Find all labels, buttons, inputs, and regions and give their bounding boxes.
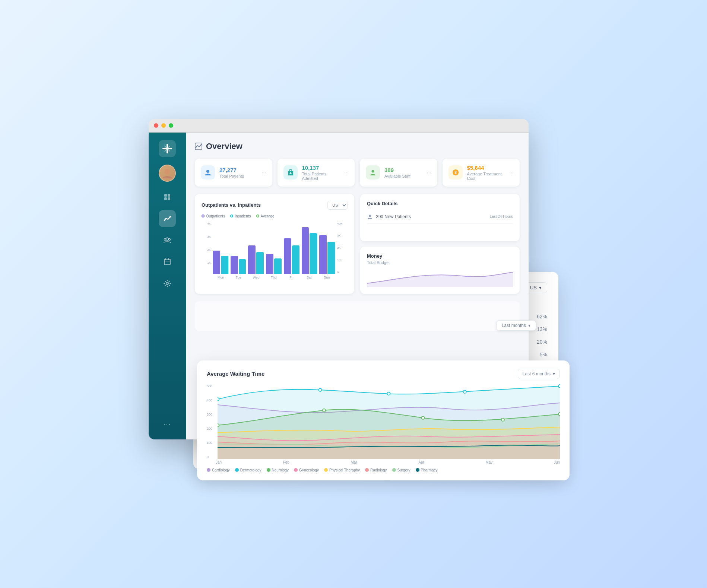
last-months-chevron: ▾ bbox=[528, 323, 530, 328]
sidebar-more[interactable]: ··· bbox=[163, 420, 171, 428]
legend-inpatients: Inpatients bbox=[235, 214, 251, 218]
x-label-apr: Apr bbox=[418, 460, 424, 464]
svg-rect-15 bbox=[164, 194, 167, 197]
cost-label: Average Treatment Cost bbox=[467, 172, 505, 181]
svg-point-10 bbox=[323, 409, 326, 412]
svg-point-4 bbox=[218, 398, 219, 401]
svg-point-5 bbox=[319, 388, 322, 391]
bar-chart-legend: Outpatients Inpatients Average bbox=[202, 214, 348, 218]
bar-label-fri: Fri bbox=[283, 276, 300, 279]
x-label-may: May bbox=[485, 460, 492, 464]
minimize-button[interactable] bbox=[161, 123, 166, 128]
wave-legend-item: Neurology bbox=[267, 468, 289, 472]
legend-average: Average bbox=[261, 214, 275, 218]
staff-label: Available Staff bbox=[384, 174, 422, 178]
titlebar bbox=[149, 119, 529, 133]
legend-negative-pct: 5% bbox=[540, 352, 547, 357]
svg-point-21 bbox=[164, 238, 166, 240]
legend-outpatients: Outpatients bbox=[206, 214, 225, 218]
quick-details-title: Quick Details bbox=[367, 201, 513, 206]
svg-point-11 bbox=[421, 416, 424, 419]
admitted-icon bbox=[283, 165, 298, 179]
stat-cards: 27,277 Total Patients ··· bbox=[195, 159, 520, 187]
last-months-badge[interactable]: Last months ▾ bbox=[496, 320, 536, 331]
svg-point-26 bbox=[206, 170, 209, 173]
svg-point-8 bbox=[558, 385, 560, 388]
waiting-time-select[interactable]: Last 6 months ▾ bbox=[518, 369, 560, 379]
page-header: Overview bbox=[195, 142, 520, 151]
page-title: Overview bbox=[206, 142, 242, 151]
bar-label-sat: Sat bbox=[300, 276, 318, 279]
stat-card-cost: $ $5,644 Average Treatment Cost ··· bbox=[443, 159, 520, 187]
bar-label-tue: Tue bbox=[229, 276, 247, 279]
svg-rect-17 bbox=[164, 197, 167, 200]
new-patients-time: Last 24 Hours bbox=[490, 214, 513, 219]
money-card: Money Total Budget bbox=[360, 247, 520, 294]
svg-point-19 bbox=[169, 216, 171, 217]
close-button[interactable] bbox=[154, 123, 158, 128]
user-avatar[interactable] bbox=[159, 165, 176, 182]
patients-value: 27,277 bbox=[219, 167, 257, 173]
sidebar: ··· bbox=[149, 133, 186, 439]
bar-label-mon: Mon bbox=[212, 276, 229, 279]
wave-legend-item: Cardiology bbox=[207, 468, 230, 472]
legend-good-pct: 13% bbox=[537, 326, 547, 332]
money-subtitle: Total Budget bbox=[367, 260, 513, 265]
bar-label-sun: Sun bbox=[318, 276, 336, 279]
wave-legend-item: Dermatology bbox=[235, 468, 261, 472]
svg-point-30 bbox=[372, 170, 374, 173]
admitted-value: 10,137 bbox=[302, 165, 340, 171]
money-title: Money bbox=[367, 253, 513, 259]
svg-rect-18 bbox=[168, 197, 170, 200]
waiting-time-title: Average Waiting Time bbox=[207, 371, 264, 377]
new-patients-count: 290 New Patients bbox=[376, 214, 411, 219]
svg-point-9 bbox=[218, 424, 219, 427]
legend-neutral-pct: 20% bbox=[537, 339, 547, 345]
svg-point-13 bbox=[558, 413, 560, 416]
cost-more[interactable]: ··· bbox=[509, 169, 514, 175]
sidebar-item-settings[interactable] bbox=[159, 275, 176, 292]
staff-icon bbox=[366, 165, 380, 179]
admitted-more[interactable]: ··· bbox=[344, 169, 349, 175]
maximize-button[interactable] bbox=[169, 123, 173, 128]
cost-value: $5,644 bbox=[467, 165, 505, 171]
sidebar-item-home[interactable] bbox=[159, 188, 176, 206]
x-label-feb: Feb bbox=[283, 460, 289, 464]
x-label-jun: Jun bbox=[554, 460, 560, 464]
stat-card-staff: 389 Available Staff ··· bbox=[360, 159, 437, 187]
stat-card-patients: 27,277 Total Patients ··· bbox=[195, 159, 272, 187]
svg-point-7 bbox=[463, 390, 466, 393]
wave-legend-item: Surgery bbox=[392, 468, 410, 472]
svg-point-24 bbox=[166, 282, 168, 285]
quick-details-card: Quick Details 290 New Patients Last 2 bbox=[360, 194, 520, 241]
svg-point-20 bbox=[166, 238, 169, 240]
app-logo bbox=[159, 140, 176, 157]
wave-legend-item: Physical Theraphy bbox=[324, 468, 360, 472]
svg-point-12 bbox=[501, 418, 504, 421]
cost-icon: $ bbox=[448, 165, 463, 179]
bar-chart-title: Outpatients vs. Inpatients bbox=[202, 202, 261, 208]
wave-legend-item: Radiology bbox=[365, 468, 387, 472]
wave-legend-item: Pharmacy bbox=[416, 468, 438, 472]
staff-more[interactable]: ··· bbox=[427, 169, 431, 175]
svg-point-33 bbox=[369, 214, 371, 217]
sidebar-item-team[interactable] bbox=[159, 232, 176, 249]
svg-rect-23 bbox=[164, 259, 170, 265]
page-icon bbox=[195, 143, 202, 150]
stat-card-admitted: 10,137 Total Patients Admitted ··· bbox=[278, 159, 355, 187]
svg-point-6 bbox=[387, 392, 390, 395]
patients-more[interactable]: ··· bbox=[262, 169, 266, 175]
wave-legend-item: Gynecology bbox=[294, 468, 319, 472]
sidebar-item-analytics[interactable] bbox=[159, 210, 176, 227]
svg-text:$: $ bbox=[454, 171, 457, 175]
sidebar-item-calendar[interactable] bbox=[159, 253, 176, 270]
content-placeholder bbox=[195, 301, 520, 331]
svg-point-22 bbox=[169, 238, 171, 240]
svg-rect-16 bbox=[168, 194, 170, 197]
svg-point-14 bbox=[165, 169, 170, 174]
bar-chart-card: Outpatients vs. Inpatients US EU Outpati… bbox=[195, 194, 354, 294]
bar-label-thu: Thu bbox=[265, 276, 282, 279]
patients-label: Total Patients bbox=[219, 174, 257, 178]
bar-chart-select[interactable]: US EU bbox=[327, 201, 348, 210]
x-label-jan: Jan bbox=[216, 460, 222, 464]
